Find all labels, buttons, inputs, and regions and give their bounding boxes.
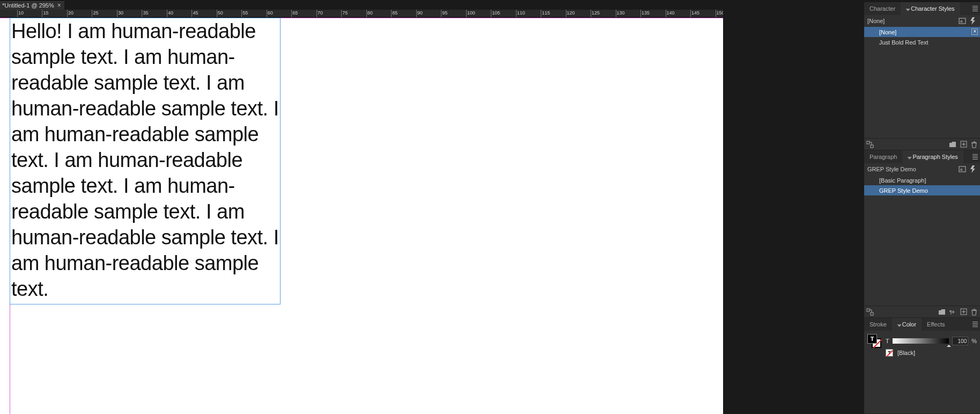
clear-overrides-icon[interactable]: ¶ [949, 308, 956, 316]
paragraph-styles-panel: Paragraph Paragraph Styles GREP Style De… [864, 150, 980, 318]
right-panel-dock: Character Character Styles [None] a [Non… [864, 2, 980, 414]
panel-menu-icon[interactable] [970, 150, 980, 163]
fill-stroke-proxy[interactable]: T [867, 334, 881, 348]
tab-effects[interactable]: Effects [922, 318, 950, 331]
quick-apply-icon[interactable] [969, 17, 977, 25]
tab-color[interactable]: Color [892, 318, 922, 331]
close-icon[interactable]: × [57, 2, 61, 9]
svg-text:a: a [960, 167, 963, 172]
tab-paragraph-styles[interactable]: Paragraph Styles [902, 150, 963, 163]
style-list-item[interactable]: [None]✕ [864, 27, 980, 37]
fill-swatch[interactable]: T [867, 334, 877, 344]
tint-label: T [886, 338, 889, 344]
tint-slider: T % [886, 337, 977, 345]
color-controls-row: T T % [864, 331, 980, 349]
tint-track[interactable] [893, 338, 949, 344]
tint-thumb[interactable] [947, 343, 951, 347]
svg-marker-2 [970, 17, 975, 25]
paragraph-styles-list[interactable]: [Basic Paragraph]GREP Style Demo [864, 175, 980, 306]
svg-rect-4 [871, 145, 873, 148]
style-list-item[interactable]: [Basic Paragraph] [864, 175, 980, 185]
horizontal-ruler[interactable]: 1015202530354045505560657075808590951001… [0, 10, 723, 18]
text-frame[interactable]: Hello! I am human-readable sample text. … [10, 18, 281, 304]
style-group-icon[interactable] [938, 308, 946, 316]
color-panel-tabs: Stroke Color Effects [864, 318, 980, 331]
tab-character-styles-label: Character Styles [911, 5, 954, 12]
quick-apply-icon[interactable] [969, 165, 977, 173]
para-panel-tabs: Paragraph Paragraph Styles [864, 150, 980, 163]
svg-rect-9 [867, 309, 870, 311]
tint-value-input[interactable] [952, 337, 968, 345]
panel-menu-icon[interactable] [970, 318, 980, 331]
tint-unit: % [971, 338, 977, 344]
applied-para-style-label: GREP Style Demo [867, 166, 916, 172]
tab-stroke[interactable]: Stroke [864, 318, 892, 331]
para-styles-footer: ¶ [864, 306, 980, 317]
document-canvas[interactable]: Hello! I am human-readable sample text. … [0, 18, 723, 414]
character-styles-panel: Character Character Styles [None] a [Non… [864, 2, 980, 150]
document-tab-bar: *Untitled-1 @ 295% × [0, 0, 723, 10]
override-icon[interactable]: a [959, 165, 966, 173]
tab-color-label: Color [902, 321, 916, 328]
color-panel: Stroke Color Effects T T % T [Black] [864, 318, 980, 414]
svg-marker-8 [970, 165, 975, 173]
color-swatch-row: T [Black] [864, 349, 980, 359]
tab-paragraph[interactable]: Paragraph [864, 150, 902, 163]
para-styles-status-row: GREP Style Demo a [864, 163, 980, 175]
new-style-icon[interactable] [960, 308, 967, 316]
char-styles-status-row: [None] a [864, 15, 980, 27]
swatch-name-label: [Black] [897, 350, 915, 356]
delete-style-icon[interactable] [970, 308, 978, 316]
override-icon[interactable]: a [959, 17, 966, 25]
style-group-icon[interactable] [949, 141, 956, 148]
tab-character-styles[interactable]: Character Styles [901, 2, 960, 15]
character-styles-list[interactable]: [None]✕Just Bold Red Text [864, 27, 980, 138]
delete-style-icon[interactable] [970, 141, 978, 148]
char-panel-tabs: Character Character Styles [864, 2, 980, 15]
panel-menu-icon[interactable] [970, 2, 980, 15]
style-list-item[interactable]: Just Bold Red Text [864, 37, 980, 47]
style-mapping-icon[interactable] [866, 141, 874, 148]
disallow-icon: ✕ [971, 28, 978, 35]
text-frame-content[interactable]: Hello! I am human-readable sample text. … [11, 18, 279, 302]
svg-rect-10 [871, 313, 873, 315]
tab-paragraph-styles-label: Paragraph Styles [912, 154, 957, 160]
style-mapping-icon[interactable] [866, 308, 874, 316]
svg-text:a: a [960, 19, 963, 24]
tab-character[interactable]: Character [864, 2, 901, 15]
char-styles-footer [864, 138, 980, 150]
applied-char-style-label: [None] [867, 18, 885, 24]
document-tab[interactable]: *Untitled-1 @ 295% × [0, 0, 64, 10]
style-list-item[interactable]: GREP Style Demo [864, 185, 980, 195]
new-style-icon[interactable] [960, 141, 967, 148]
svg-rect-3 [867, 141, 870, 144]
document-tab-label: *Untitled-1 @ 295% [2, 2, 54, 9]
text-stroke-proxy-icon[interactable]: T [886, 349, 893, 357]
